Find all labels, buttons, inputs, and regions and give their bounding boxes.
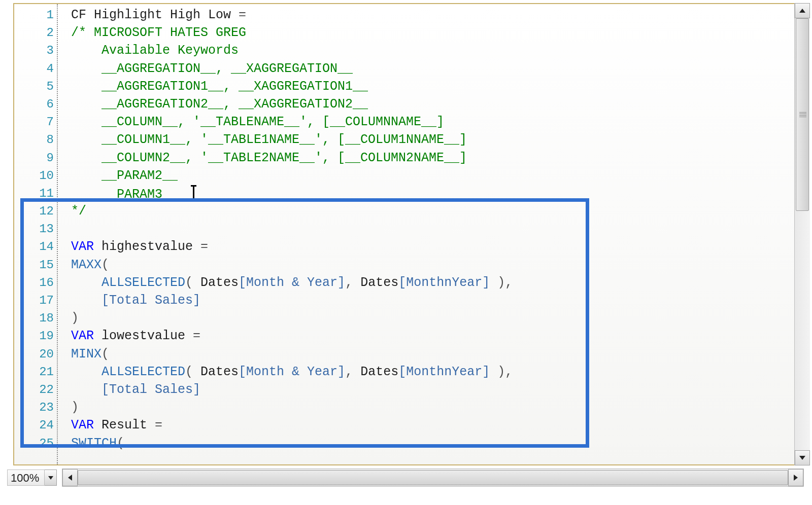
- token-keyword: VAR: [71, 239, 94, 254]
- token-keyword: VAR: [71, 329, 94, 343]
- token-col: [Total Sales]: [101, 293, 200, 308]
- line-number: 15: [14, 256, 54, 274]
- token-comment: __PARAM3__: [71, 187, 193, 202]
- code-line[interactable]: __AGGREGATION1__, __XAGGREGATION1__: [71, 78, 799, 95]
- line-number: 6: [14, 95, 54, 113]
- token-punct: =: [200, 239, 208, 254]
- code-line[interactable]: __COLUMN2__, '__TABLE2NAME__', [__COLUMN…: [71, 149, 799, 167]
- code-line[interactable]: CF Highlight High Low =: [71, 6, 799, 24]
- token-comment: __COLUMN1__, '__TABLE1NAME__', [__COLUM1…: [71, 132, 467, 147]
- scroll-up-button[interactable]: [795, 3, 810, 18]
- token-punct: =: [239, 8, 246, 22]
- zoom-value[interactable]: 100%: [7, 470, 45, 486]
- line-number: 17: [14, 292, 54, 309]
- token-punct: ): [71, 311, 79, 326]
- code-line[interactable]: __PARAM2__: [71, 167, 799, 185]
- code-line[interactable]: VAR Result =: [71, 416, 799, 434]
- line-number: 22: [14, 381, 54, 399]
- zoom-dropdown-button[interactable]: [45, 470, 57, 486]
- token-comment: __AGGREGATION__, __XAGGREGATION__: [71, 61, 353, 76]
- token-comment: __COLUMN__, '__TABLENAME__', [__COLUMNNA…: [71, 115, 444, 129]
- token-ident: [71, 382, 101, 397]
- line-number: 20: [14, 345, 54, 363]
- code-line[interactable]: Available Keywords: [71, 42, 799, 59]
- token-col: [MonthnYear]: [398, 365, 490, 379]
- line-number: 7: [14, 113, 54, 131]
- code-line[interactable]: ALLSELECTED( Dates[Month & Year], Dates[…: [71, 274, 799, 292]
- line-number-gutter: 1234567891011121314151617181920212223242…: [14, 4, 57, 464]
- line-number: 16: [14, 274, 54, 292]
- token-func: ALLSELECTED: [101, 275, 185, 290]
- vertical-scroll-thumb[interactable]: [796, 18, 809, 211]
- code-line[interactable]: __COLUMN__, '__TABLENAME__', [__COLUMNNA…: [71, 113, 799, 131]
- chevron-down-icon: [48, 476, 53, 480]
- token-ident: CF Highlight High Low: [71, 8, 239, 22]
- token-col: [Total Sales]: [101, 382, 200, 397]
- token-ident: [71, 365, 101, 379]
- line-number: 12: [14, 202, 54, 220]
- scroll-left-button[interactable]: [62, 469, 78, 486]
- token-col: [Month & Year]: [239, 365, 345, 379]
- editor-bottom-bar: 100%: [7, 468, 804, 487]
- line-number: 18: [14, 309, 54, 327]
- code-line[interactable]: __COLUMN1__, '__TABLE1NAME__', [__COLUM1…: [71, 131, 799, 149]
- line-number: 4: [14, 60, 54, 78]
- line-number: 14: [14, 238, 54, 256]
- code-line[interactable]: */: [71, 202, 799, 220]
- token-punct: =: [155, 418, 162, 432]
- gutter-separator: [57, 4, 58, 464]
- token-comment: __PARAM2__: [71, 168, 178, 183]
- line-number: 9: [14, 149, 54, 167]
- vertical-scrollbar[interactable]: [794, 3, 810, 465]
- line-number: 8: [14, 131, 54, 149]
- code-line[interactable]: MINX(: [71, 345, 799, 363]
- token-col: [MonthnYear]: [398, 275, 490, 290]
- token-func: ALLSELECTED: [101, 365, 185, 379]
- token-punct: ,: [345, 275, 360, 290]
- token-ident: lowestvalue: [94, 329, 193, 343]
- token-comment: __COLUMN2__, '__TABLE2NAME__', [__COLUMN…: [71, 151, 467, 165]
- token-punct: (: [101, 347, 109, 362]
- token-punct: =: [193, 329, 200, 343]
- code-line[interactable]: [Total Sales]: [71, 381, 799, 399]
- code-line[interactable]: __AGGREGATION__, __XAGGREGATION__: [71, 60, 799, 78]
- token-ident: Dates: [200, 365, 239, 379]
- code-line[interactable]: ): [71, 399, 799, 416]
- code-line[interactable]: ALLSELECTED( Dates[Month & Year], Dates[…: [71, 363, 799, 381]
- horizontal-scroll-thumb[interactable]: [78, 470, 788, 485]
- line-number: 24: [14, 416, 54, 434]
- code-line[interactable]: ): [71, 309, 799, 327]
- code-line[interactable]: VAR highestvalue =: [71, 238, 799, 256]
- horizontal-scrollbar[interactable]: [62, 468, 804, 487]
- token-comment: __AGGREGATION2__, __XAGGREGATION2__: [71, 97, 368, 112]
- code-editor[interactable]: 1234567891011121314151617181920212223242…: [14, 4, 799, 464]
- code-area[interactable]: CF Highlight High Low =/* MICROSOFT HATE…: [71, 4, 799, 464]
- code-line[interactable]: /* MICROSOFT HATES GREG: [71, 24, 799, 42]
- code-line[interactable]: __PARAM3__: [71, 185, 799, 202]
- token-punct: (: [185, 365, 200, 379]
- token-punct: (: [117, 436, 124, 451]
- zoom-control[interactable]: 100%: [7, 468, 57, 487]
- line-number: 10: [14, 167, 54, 185]
- line-number: 23: [14, 399, 54, 416]
- code-line[interactable]: [Total Sales]: [71, 292, 799, 309]
- code-line[interactable]: VAR lowestvalue =: [71, 327, 799, 345]
- line-number: 2: [14, 24, 54, 42]
- code-line[interactable]: __AGGREGATION2__, __XAGGREGATION2__: [71, 95, 799, 113]
- line-number: 13: [14, 220, 54, 238]
- token-col: [Month & Year]: [239, 275, 345, 290]
- code-line[interactable]: [71, 220, 799, 238]
- scroll-right-button[interactable]: [788, 469, 803, 486]
- token-ident: [71, 293, 101, 308]
- token-ident: Dates: [200, 275, 239, 290]
- line-number: 21: [14, 363, 54, 381]
- token-punct: (: [101, 258, 109, 272]
- token-punct: (: [185, 275, 200, 290]
- token-comment: */: [71, 204, 86, 219]
- scroll-down-button[interactable]: [795, 450, 810, 465]
- token-func: MINX: [71, 347, 101, 362]
- token-ident: Result: [94, 418, 155, 432]
- line-number: 11: [14, 185, 54, 202]
- code-line[interactable]: MAXX(: [71, 256, 799, 274]
- code-line[interactable]: SWITCH(: [71, 435, 799, 452]
